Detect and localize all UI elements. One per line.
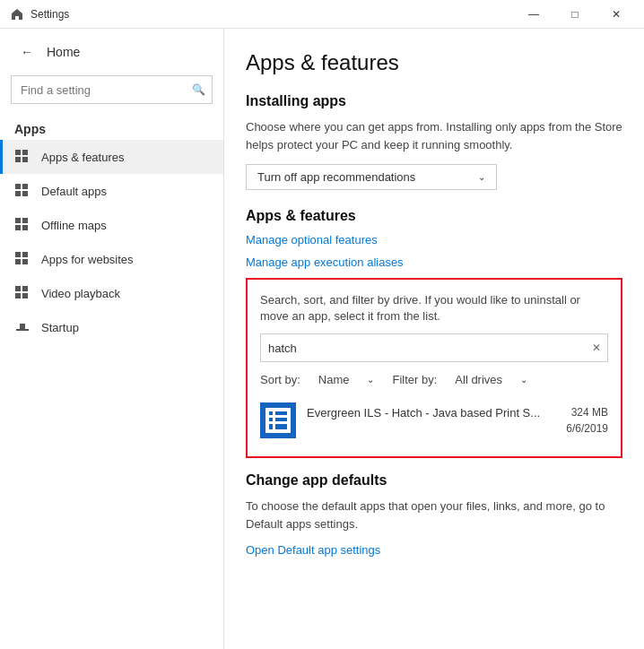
svg-rect-15 (22, 259, 28, 264)
svg-rect-10 (22, 218, 28, 223)
app-details: Evergreen ILS - Hatch - Java based Print… (307, 406, 608, 436)
default-apps-icon (14, 183, 30, 199)
change-defaults-title: Change app defaults (246, 472, 622, 489)
installing-apps-desc: Choose where you can get apps from. Inst… (246, 118, 622, 153)
svg-rect-2 (22, 150, 28, 155)
app-date: 6/6/2019 (566, 422, 608, 435)
sidebar-item-apps-websites[interactable]: Apps for websites (0, 242, 223, 276)
main-layout: ← Home 🔍 Apps Apps & features (0, 29, 644, 649)
filter-value: All drives (455, 373, 502, 386)
installing-apps-dropdown[interactable]: Turn off app recommendations ⌄ (246, 164, 497, 190)
svg-rect-26 (269, 415, 287, 418)
title-bar-controls: — □ ✕ (513, 0, 637, 29)
filter-arrow[interactable]: ⌄ (520, 375, 527, 385)
svg-rect-20 (16, 329, 29, 331)
svg-rect-3 (22, 157, 28, 162)
minimize-button[interactable]: — (513, 0, 554, 29)
sort-label: Sort by: (260, 373, 300, 386)
clear-icon[interactable]: ✕ (592, 342, 601, 354)
app-size: 324 MB (571, 406, 608, 419)
maximize-button[interactable]: □ (554, 0, 596, 29)
video-playback-icon (14, 285, 30, 301)
app-item[interactable]: Evergreen ILS - Hatch - Java based Print… (260, 397, 608, 444)
home-icon-title (11, 8, 23, 21)
svg-rect-17 (15, 293, 21, 299)
svg-rect-19 (22, 293, 28, 299)
content-area: Apps & features Installing apps Choose w… (224, 29, 644, 649)
sort-value: Name (318, 373, 350, 386)
nav-label-apps-features: Apps & features (41, 151, 125, 164)
svg-rect-25 (273, 411, 275, 429)
filter-input-wrap: ✕ (260, 333, 608, 362)
search-icon: 🔍 (192, 83, 205, 96)
svg-rect-11 (22, 225, 28, 230)
svg-rect-1 (15, 157, 21, 162)
change-defaults-desc: To choose the default apps that open you… (246, 498, 622, 532)
title-bar-text: Settings (30, 8, 69, 21)
offline-maps-icon (14, 217, 30, 233)
nav-label-apps-websites: Apps for websites (41, 253, 134, 266)
nav-label-default-apps: Default apps (41, 185, 107, 198)
apps-websites-icon (14, 251, 30, 267)
nav-label-offline-maps: Offline maps (41, 219, 107, 232)
sort-filter-row: Sort by: Name ⌄ Filter by: All drives ⌄ (260, 373, 608, 386)
svg-rect-18 (22, 286, 28, 291)
sort-arrow[interactable]: ⌄ (367, 375, 374, 385)
svg-rect-12 (15, 252, 21, 257)
change-defaults-section: Change app defaults To choose the defaul… (246, 472, 622, 557)
sidebar-item-startup[interactable]: Startup (0, 310, 223, 344)
svg-rect-24 (269, 411, 287, 429)
apps-features-title: Apps & features (246, 208, 622, 224)
svg-rect-0 (15, 150, 21, 155)
installing-apps-title: Installing apps (246, 93, 622, 109)
close-button[interactable]: ✕ (596, 0, 637, 29)
nav-label-video-playback: Video playback (41, 287, 120, 300)
svg-rect-8 (15, 218, 21, 223)
nav-label-startup: Startup (41, 321, 79, 334)
settings-window: Settings — □ ✕ ← Home 🔍 Apps (0, 0, 644, 649)
svg-rect-14 (22, 252, 28, 257)
svg-rect-21 (20, 324, 25, 329)
svg-rect-16 (15, 286, 21, 291)
search-filter-box: Search, sort, and filter by drive. If yo… (246, 278, 622, 458)
svg-rect-6 (22, 184, 28, 189)
title-bar: Settings — □ ✕ (0, 0, 644, 29)
sidebar-item-default-apps[interactable]: Default apps (0, 174, 223, 208)
installing-apps-section: Installing apps Choose where you can get… (246, 93, 622, 190)
manage-optional-link[interactable]: Manage optional features (246, 233, 622, 247)
sidebar-item-offline-maps[interactable]: Offline maps (0, 208, 223, 242)
apps-features-icon (14, 149, 30, 165)
startup-icon (14, 319, 30, 335)
manage-execution-link[interactable]: Manage app execution aliases (246, 255, 622, 269)
svg-rect-9 (15, 225, 21, 230)
sidebar-item-video-playback[interactable]: Video playback (0, 276, 223, 310)
back-button[interactable]: ← (14, 39, 39, 65)
filter-label: Filter by: (392, 373, 437, 386)
svg-rect-7 (22, 191, 28, 196)
sidebar: ← Home 🔍 Apps Apps & features (0, 29, 224, 649)
title-bar-left: Settings (11, 8, 69, 21)
apps-features-section: Apps & features Manage optional features… (246, 208, 622, 458)
filter-input[interactable] (260, 333, 608, 362)
app-name: Evergreen ILS - Hatch - Java based Print… (307, 406, 540, 420)
search-box: 🔍 (11, 75, 213, 104)
dropdown-value: Turn off app recommendations (257, 170, 415, 184)
filter-desc: Search, sort, and filter by drive. If yo… (260, 292, 608, 324)
svg-rect-5 (15, 191, 21, 196)
search-input[interactable] (11, 75, 213, 104)
sidebar-nav-top: ← Home (0, 29, 223, 75)
app-name-size-row: Evergreen ILS - Hatch - Java based Print… (307, 406, 608, 420)
sidebar-home-label: Home (47, 45, 80, 59)
sidebar-section-label: Apps (0, 115, 223, 140)
page-title: Apps & features (246, 50, 622, 75)
dropdown-arrow: ⌄ (478, 172, 485, 182)
sidebar-item-apps-features[interactable]: Apps & features (0, 140, 223, 174)
svg-rect-13 (15, 259, 21, 264)
app-icon (260, 402, 296, 438)
svg-rect-27 (269, 421, 287, 424)
svg-rect-4 (15, 184, 21, 189)
open-default-app-settings-link[interactable]: Open Default app settings (246, 543, 622, 557)
